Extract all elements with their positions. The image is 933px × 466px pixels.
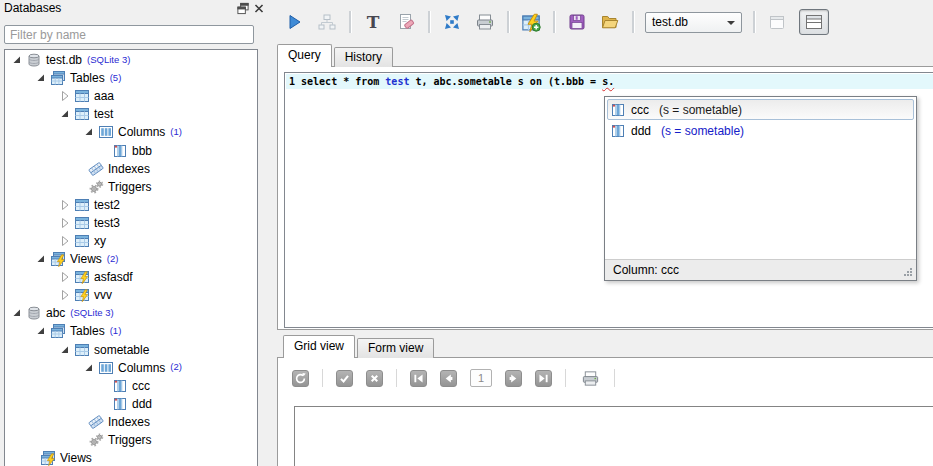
last-page-button[interactable] <box>535 370 552 387</box>
print-results-button[interactable] <box>579 367 601 389</box>
sql-editor[interactable]: 1 select * from test t, abc.sometable s … <box>284 72 933 328</box>
first-page-button[interactable] <box>410 370 427 387</box>
autocomplete-item-name: ccc <box>631 103 649 117</box>
next-page-button[interactable] <box>505 370 522 387</box>
tree-item-test2[interactable]: test2 <box>5 196 257 214</box>
tree-item-test-db[interactable]: test.db (SQLite 3) <box>5 51 257 69</box>
tab-grid-view[interactable]: Grid view <box>283 335 355 358</box>
results-grid[interactable] <box>294 406 933 466</box>
rollback-button[interactable] <box>366 370 383 387</box>
panel-splitter[interactable] <box>262 0 277 466</box>
tree-item-test[interactable]: test <box>5 105 257 123</box>
tree-item-triggers[interactable]: Triggers <box>5 178 257 196</box>
tree-item-label: Tables <box>70 71 105 85</box>
tree-item-views[interactable]: Views (2) <box>5 250 257 268</box>
tree-item-sometable[interactable]: sometable <box>5 341 257 359</box>
tree-item-tables-abc[interactable]: Tables (1) <box>5 322 257 340</box>
execute-query-button[interactable] <box>283 11 305 33</box>
tab-query[interactable]: Query <box>277 44 332 67</box>
open-folder-icon <box>600 12 620 32</box>
tree-item-tables[interactable]: Tables (5) <box>5 69 257 87</box>
expander-collapsed-icon[interactable] <box>57 287 74 303</box>
expander-expanded-icon[interactable] <box>57 342 74 358</box>
printer-icon <box>475 12 495 32</box>
column-icon <box>112 143 128 159</box>
tree-item-meta: (1) <box>110 325 122 336</box>
tree-item-aaa[interactable]: aaa <box>5 87 257 105</box>
tab-form-view[interactable]: Form view <box>357 338 434 358</box>
create-view-icon <box>521 12 541 32</box>
single-window-toggle-button[interactable] <box>766 11 788 33</box>
database-combobox-value: test.db <box>652 15 688 29</box>
save-sql-button[interactable] <box>566 11 588 33</box>
expander-expanded-icon[interactable] <box>81 124 98 140</box>
tree-item-triggers-sometable[interactable]: Triggers <box>5 431 257 449</box>
split-window-toggle-button[interactable] <box>799 9 829 35</box>
table-icon <box>74 233 90 249</box>
tree-filter-input[interactable] <box>4 25 254 44</box>
create-view-from-query-button[interactable] <box>520 11 542 33</box>
expander-collapsed-icon[interactable] <box>57 88 74 104</box>
expander-expanded-icon[interactable] <box>33 70 50 86</box>
commit-button[interactable] <box>336 370 353 387</box>
format-sql-button[interactable] <box>362 11 384 33</box>
tree-item-vvv[interactable]: vvv <box>5 286 257 304</box>
tree-item-label: Indexes <box>108 162 150 176</box>
expander-collapsed-icon[interactable] <box>57 233 74 249</box>
table-icon <box>74 342 90 358</box>
float-panel-icon[interactable] <box>236 2 250 15</box>
autocomplete-item-ccc[interactable]: ccc (s = sometable) <box>607 99 914 120</box>
tree-item-test3[interactable]: test3 <box>5 214 257 232</box>
views-folder-icon <box>40 450 56 466</box>
print-query-button[interactable] <box>474 11 496 33</box>
clear-history-button[interactable] <box>395 11 417 33</box>
tree-item-abc[interactable]: abc (SQLite 3) <box>5 304 257 322</box>
triggers-icon <box>88 432 104 448</box>
expander-expanded-icon[interactable] <box>9 305 26 321</box>
tree-item-views-abc[interactable]: Views <box>5 449 257 466</box>
database-combobox[interactable]: test.db <box>645 12 742 33</box>
tree-item-asfasdf[interactable]: asfasdf <box>5 268 257 286</box>
results-pane: 1 <box>277 357 933 466</box>
results-tabbar: Grid view Form view <box>277 336 436 358</box>
sql-editor-current-line: 1 select * from test t, abc.sometable s … <box>286 74 933 89</box>
resize-grip-icon[interactable] <box>902 266 914 278</box>
expand-editor-button[interactable] <box>441 11 463 33</box>
expander-collapsed-icon[interactable] <box>57 197 74 213</box>
tree-item-xy[interactable]: xy <box>5 232 257 250</box>
tree-item-label: aaa <box>94 89 114 103</box>
tree-item-indexes[interactable]: Indexes <box>5 160 257 178</box>
page-number-box[interactable]: 1 <box>470 369 492 387</box>
letter-t-icon <box>363 12 383 32</box>
load-sql-button[interactable] <box>599 11 621 33</box>
expander-expanded-icon[interactable] <box>9 52 26 68</box>
database-icon <box>26 52 42 68</box>
expander-expanded-icon[interactable] <box>81 360 98 376</box>
prev-page-button[interactable] <box>440 370 457 387</box>
toolbar-separator <box>632 11 634 33</box>
database-tree[interactable]: test.db (SQLite 3) Tables (5) aaa test <box>4 49 258 466</box>
tree-item-bbb[interactable]: bbb <box>5 141 257 159</box>
tables-folder-icon <box>50 70 66 86</box>
expander-collapsed-icon[interactable] <box>57 215 74 231</box>
tree-item-indexes-sometable[interactable]: Indexes <box>5 413 257 431</box>
refresh-results-button[interactable] <box>292 370 309 387</box>
explain-plan-button[interactable] <box>316 11 338 33</box>
tree-item-meta: (1) <box>170 126 182 137</box>
tree-item-columns[interactable]: Columns (1) <box>5 123 257 141</box>
autocomplete-item-ddd[interactable]: ddd (s = sometable) <box>607 120 914 141</box>
indexes-icon <box>88 161 104 177</box>
toolbar-separator <box>428 11 430 33</box>
split-window-icon <box>804 12 824 32</box>
tree-item-ccc[interactable]: ccc <box>5 377 257 395</box>
expander-expanded-icon[interactable] <box>57 106 74 122</box>
arrow-left-icon <box>442 372 455 385</box>
expander-collapsed-icon[interactable] <box>57 269 74 285</box>
expander-expanded-icon[interactable] <box>33 323 50 339</box>
tab-history[interactable]: History <box>334 47 393 67</box>
expander-expanded-icon[interactable] <box>33 251 50 267</box>
tree-item-columns-sometable[interactable]: Columns (2) <box>5 359 257 377</box>
tree-item-ddd[interactable]: ddd <box>5 395 257 413</box>
toolbar-separator <box>396 369 397 387</box>
table-icon <box>74 106 90 122</box>
